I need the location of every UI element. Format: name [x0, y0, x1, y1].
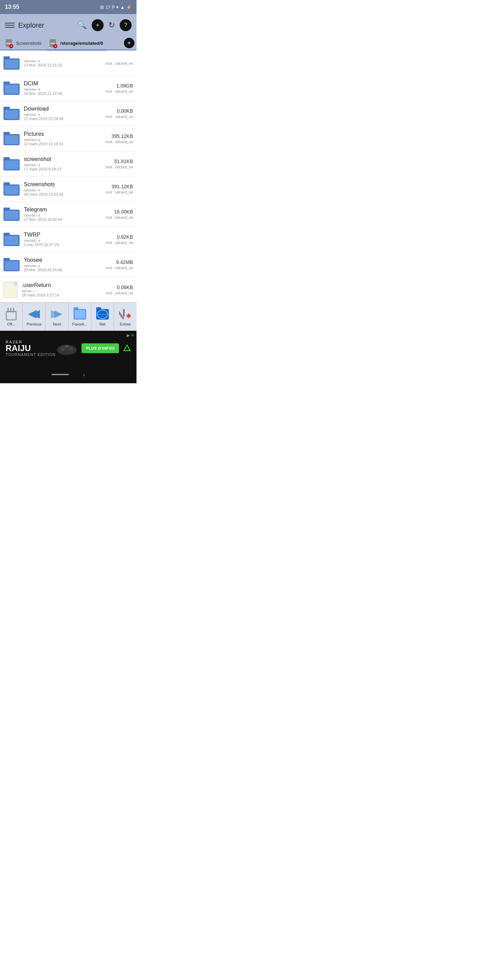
search-icon[interactable]: 🔍	[77, 21, 87, 30]
file-perms: rwxrwx--x	[24, 112, 103, 116]
wifi-icon: ▾	[116, 5, 119, 10]
file-info: Download rwxrwx--x 17 mars 2019 22:29:04	[24, 106, 103, 121]
list-item[interactable]: Yoosee rwxrwx--x 28 févr. 2019 20:24:49 …	[0, 252, 137, 277]
menu-button[interactable]	[5, 23, 15, 28]
file-owner: root : sdcard_rw	[105, 115, 133, 119]
parking-icon: P	[112, 5, 115, 10]
file-size: 395.12KB	[105, 134, 133, 139]
file-info: screenshot rwxrwx--x 17 mars 2019 8:18:1…	[24, 156, 103, 171]
file-meta: 9.42MB root : sdcard_rw	[105, 259, 133, 270]
file-size: 0.92KB	[105, 234, 133, 240]
back-button[interactable]: ‹	[83, 371, 85, 379]
extras-button[interactable]: ✱ Extras	[114, 303, 137, 331]
signal-icon: ▲	[120, 5, 125, 10]
battery-icon: ⚡	[126, 5, 132, 10]
list-item[interactable]: Pictures rwxrwx--x 12 mars 2019 11:19:31…	[0, 126, 137, 151]
folder-icon	[3, 258, 20, 271]
tab-bar: mgc ✕ Screenshots mgc ✕ /storage/emulate…	[0, 37, 137, 50]
folder-icon	[3, 208, 20, 221]
file-name: TWRP	[24, 232, 103, 238]
close-badge2: ✕	[53, 44, 57, 48]
arrow-right-icon	[50, 308, 63, 321]
net-button[interactable]: Net	[91, 303, 114, 331]
file-size: 9.42MB	[105, 259, 133, 265]
file-owner: root : sdcard_rw	[105, 266, 133, 270]
ad-close-button[interactable]: ▶ ✕	[127, 333, 134, 338]
list-item[interactable]: screenshot rwxrwx--x 17 mars 2019 8:18:1…	[0, 151, 137, 177]
file-perms: rwxrwx--x	[24, 239, 103, 243]
file-info: DCIM rwxrwx--x 16 févr. 2019 11:10:34	[24, 81, 103, 95]
file-perms: rw-rw----	[22, 289, 103, 293]
file-owner: root : sdcard_rw	[105, 61, 133, 65]
file-date: 1 mai 1970 16:07:29	[24, 243, 103, 247]
add-button[interactable]: +	[92, 19, 103, 31]
file-size: 0.06KB	[105, 285, 133, 290]
arrow-left-icon	[28, 308, 40, 321]
file-meta: 391.12KB root : sdcard_rw	[105, 184, 133, 194]
refresh-icon[interactable]: ↻	[108, 21, 115, 30]
file-meta: 0.06KB root : sdcard_rw	[105, 285, 133, 295]
favorites-button[interactable]: Favorit...	[68, 303, 91, 331]
folder-icon	[3, 157, 20, 170]
file-date: 18 mars 2019 13:53:41	[24, 192, 103, 196]
file-owner: root : sdcard_rw	[105, 140, 133, 144]
previous-label: Previous	[27, 322, 41, 326]
svg-marker-5	[28, 310, 37, 318]
file-name: Download	[24, 106, 103, 112]
list-item[interactable]: rwxrwx--x 17 févr. 2019 13:15:31 root : …	[0, 50, 137, 76]
file-perms: rwxrwx--x	[24, 264, 103, 268]
file-size: 0.00KB	[105, 108, 133, 114]
folder-icon	[3, 132, 20, 145]
list-item[interactable]: TWRP rwxrwx--x 1 mai 1970 16:07:29 0.92K…	[0, 227, 137, 252]
off-button[interactable]: Off...	[0, 303, 23, 331]
file-name: .userReturn	[22, 282, 103, 288]
extras-icon: ✱	[119, 308, 132, 321]
file-meta: 51.81KB root : sdcard_rw	[105, 159, 133, 169]
ad-banner: RAZER RAIJU TOURNAMENT EDITION PLUS D'IN…	[0, 331, 137, 366]
header: Explorer 🔍 + ↻ ?	[0, 14, 137, 37]
file-date: 17 févr. 2019 13:15:31	[24, 63, 103, 67]
svg-rect-0	[6, 312, 16, 320]
file-perms: rwxrwx--x	[24, 188, 103, 192]
svg-point-13	[60, 347, 65, 351]
file-date: 27 févr. 2019 16:54:54	[24, 217, 103, 221]
ad-content: RAZER RAIJU TOURNAMENT EDITION	[6, 340, 56, 356]
app-title: Explorer	[18, 21, 74, 29]
folder-icon	[3, 182, 20, 196]
grid-icon: ⊞	[100, 5, 104, 10]
svg-marker-7	[54, 310, 63, 318]
ad-subtitle: TOURNAMENT EDITION	[6, 352, 56, 356]
file-date: 28 févr. 2019 20:24:49	[24, 268, 103, 272]
file-info: Yoosee rwxrwx--x 28 févr. 2019 20:24:49	[24, 257, 103, 272]
folder-icon	[3, 233, 20, 246]
file-name: DCIM	[24, 81, 103, 87]
file-perms: rwxrwx--x	[24, 163, 103, 167]
navigation-bar: ‹	[0, 366, 137, 383]
file-owner: root : sdcard_rw	[105, 89, 133, 94]
help-button[interactable]: ?	[120, 19, 132, 31]
file-date: 17 mars 2019 22:29:04	[24, 116, 103, 121]
file-date: 18 mars 2019 3:27:14	[22, 293, 103, 297]
folder-icon	[3, 81, 20, 95]
sdcard2-icon: mgc ✕	[50, 39, 56, 47]
tab-storage[interactable]: mgc ✕ /storage/emulated/0	[46, 37, 107, 50]
file-meta: 395.12KB root : sdcard_rw	[105, 134, 133, 144]
svg-text:✱: ✱	[126, 313, 131, 320]
list-item[interactable]: Download rwxrwx--x 17 mars 2019 22:29:04…	[0, 101, 137, 126]
list-item[interactable]: Screenshots rwxrwx--x 18 mars 2019 13:53…	[0, 177, 137, 202]
next-label: Next	[53, 322, 61, 326]
svg-rect-9	[123, 309, 125, 317]
status-time: 13:55	[5, 4, 19, 10]
ad-cta-button[interactable]: PLUS D'INFOS	[81, 344, 119, 353]
tab-screenshots[interactable]: mgc ✕ Screenshots	[2, 37, 45, 50]
file-size: 16.00KB	[105, 209, 133, 215]
file-info: TWRP rwxrwx--x 1 mai 1970 16:07:29	[24, 232, 103, 247]
list-item[interactable]: .userReturn rw-rw---- 18 mars 2019 3:27:…	[0, 277, 137, 302]
next-button[interactable]: Next	[46, 303, 68, 331]
list-item[interactable]: Telegram rwxrwx--x 27 févr. 2019 16:54:5…	[0, 202, 137, 227]
list-item[interactable]: DCIM rwxrwx--x 16 févr. 2019 11:10:34 1.…	[0, 76, 137, 101]
previous-button[interactable]: Previous	[23, 303, 46, 331]
add-tab-button[interactable]: +	[124, 38, 134, 48]
file-owner: root : sdcard_rw	[105, 291, 133, 295]
extras-label: Extras	[120, 322, 130, 326]
